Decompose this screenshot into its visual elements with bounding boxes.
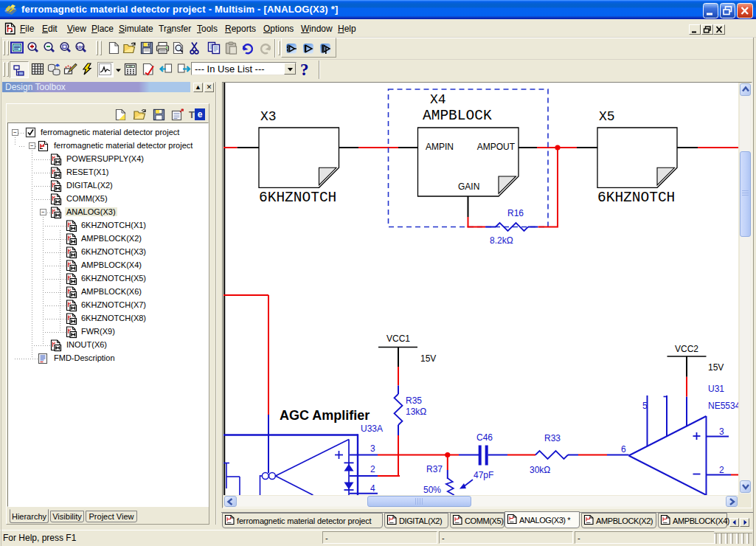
svg-text:15V: 15V [708,362,724,373]
svg-text:6KHZNOTCH: 6KHZNOTCH [259,190,336,206]
svg-text:GAIN: GAIN [458,182,479,192]
svg-text:U33A: U33A [361,424,383,434]
svg-text:AGC Amplifier: AGC Amplifier [280,408,370,423]
svg-text:8.2kΩ: 8.2kΩ [490,235,513,246]
svg-text:C46: C46 [476,432,493,443]
svg-text:U31: U31 [708,384,724,394]
svg-text:100: 100 [76,45,84,49]
svg-text:R35: R35 [406,395,422,406]
svg-text:3: 3 [719,426,724,437]
svg-text:00: 00 [129,65,132,68]
svg-text:30kΩ: 30kΩ [530,465,550,475]
svg-text:AMPOUT: AMPOUT [477,142,516,152]
svg-text:47pF: 47pF [474,470,493,480]
svg-text:R16: R16 [507,208,524,218]
svg-text:VCC1: VCC1 [386,334,410,344]
svg-text:NE5534: NE5534 [708,401,738,411]
svg-text:13kΩ: 13kΩ [406,407,426,417]
svg-text:6KHZNOTCH: 6KHZNOTCH [597,190,675,206]
svg-text:2: 2 [719,465,724,475]
svg-text:X3: X3 [260,109,277,124]
svg-text:6: 6 [621,444,626,455]
svg-text:5: 5 [642,401,648,411]
svg-text:AMPIN: AMPIN [426,142,454,152]
svg-text:VCC2: VCC2 [675,344,698,354]
svg-text:15V: 15V [420,353,436,364]
svg-text:X4: X4 [430,92,446,107]
svg-text:3: 3 [370,443,375,454]
svg-text:R37: R37 [426,464,443,474]
svg-text:2: 2 [370,464,375,474]
svg-text:R33: R33 [544,433,561,443]
svg-text:4: 4 [370,483,375,494]
svg-text:AMPBLOCK: AMPBLOCK [423,108,492,124]
svg-text:50%: 50% [423,485,441,495]
svg-text:X5: X5 [599,109,615,124]
